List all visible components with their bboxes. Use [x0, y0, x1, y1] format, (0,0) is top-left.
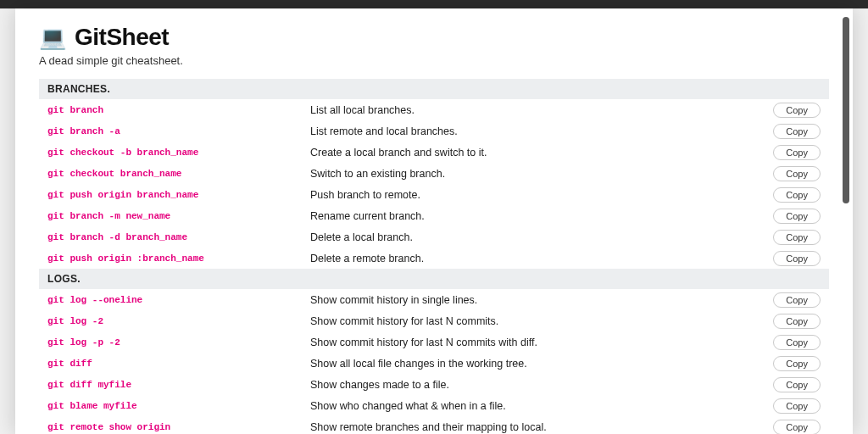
table-row: git branch -m new_nameRename current bra… [39, 205, 829, 226]
command-text: git log --oneline [47, 295, 310, 305]
page-container: 💻 GitSheet A dead simple git cheatsheet.… [15, 8, 853, 434]
command-text: git diff [47, 359, 310, 369]
description-text: Show changes made to a file. [310, 379, 766, 391]
description-text: Show commit history for last N commits. [310, 315, 766, 327]
vertical-scrollbar[interactable] [843, 17, 849, 203]
command-text: git remote show origin [47, 422, 310, 432]
table-row: git checkout -b branch_nameCreate a loca… [39, 142, 829, 163]
table-row: git blame myfileShow who changed what & … [39, 395, 829, 416]
table-row: git diffShow all local file changes in t… [39, 353, 829, 374]
command-text: git push origin :branch_name [47, 253, 310, 264]
copy-button[interactable]: Copy [773, 251, 821, 266]
copy-button[interactable]: Copy [773, 420, 821, 435]
content-area: 💻 GitSheet A dead simple git cheatsheet.… [15, 24, 853, 434]
copy-button[interactable]: Copy [773, 314, 821, 329]
copy-button[interactable]: Copy [773, 145, 821, 160]
command-text: git log -2 [47, 316, 310, 326]
command-text: git branch -a [47, 126, 310, 136]
table-row: git diff myfileShow changes made to a fi… [39, 374, 829, 395]
description-text: List all local branches. [310, 104, 766, 116]
table-row: git checkout branch_nameSwitch to an exi… [39, 163, 829, 184]
description-text: Show who changed what & when in a file. [310, 400, 766, 412]
command-text: git log -p -2 [47, 337, 310, 348]
description-text: Delete a remote branch. [310, 253, 766, 264]
page-title: GitSheet [75, 24, 169, 51]
command-text: git branch -d branch_name [47, 232, 310, 242]
description-text: Push branch to remote. [310, 189, 766, 201]
table-row: git remote show originShow remote branch… [39, 416, 829, 434]
command-text: git branch -m new_name [47, 211, 310, 221]
copy-button[interactable]: Copy [773, 103, 821, 118]
window-topbar [0, 0, 868, 8]
command-text: git push origin branch_name [47, 190, 310, 200]
table-row: git push origin branch_namePush branch t… [39, 184, 829, 205]
table-row: git log -p -2Show commit history for las… [39, 331, 829, 353]
table-row: git branch -d branch_nameDelete a local … [39, 226, 829, 248]
laptop-icon: 💻 [39, 26, 66, 48]
description-text: Create a local branch and switch to it. [310, 147, 766, 159]
table-row: git log --onelineShow commit history in … [39, 289, 829, 310]
section-header: BRANCHES. [39, 79, 829, 99]
description-text: List remote and local branches. [310, 125, 766, 137]
description-text: Show commit history in single lines. [310, 294, 766, 306]
command-text: git diff myfile [47, 380, 310, 390]
table-row: git log -2Show commit history for last N… [39, 310, 829, 331]
table-row: git branch -aList remote and local branc… [39, 120, 829, 142]
sections-list: BRANCHES.git branchList all local branch… [39, 79, 829, 434]
description-text: Rename current branch. [310, 210, 766, 222]
copy-button[interactable]: Copy [773, 377, 821, 392]
command-text: git branch [47, 105, 310, 115]
command-text: git blame myfile [47, 401, 310, 411]
description-text: Show remote branches and their mapping t… [310, 421, 766, 433]
table-row: git branchList all local branches.Copy [39, 99, 829, 120]
description-text: Show commit history for last N commits w… [310, 337, 766, 348]
copy-button[interactable]: Copy [773, 230, 821, 245]
copy-button[interactable]: Copy [773, 335, 821, 350]
command-text: git checkout -b branch_name [47, 147, 310, 158]
title-row: 💻 GitSheet [39, 24, 829, 51]
section-header: LOGS. [39, 269, 829, 289]
description-text: Show all local file changes in the worki… [310, 358, 766, 370]
description-text: Switch to an existing branch. [310, 168, 766, 180]
copy-button[interactable]: Copy [773, 124, 821, 139]
copy-button[interactable]: Copy [773, 209, 821, 224]
copy-button[interactable]: Copy [773, 398, 821, 414]
copy-button[interactable]: Copy [773, 166, 821, 181]
table-row: git push origin :branch_nameDelete a rem… [39, 248, 829, 269]
copy-button[interactable]: Copy [773, 187, 821, 203]
page-subtitle: A dead simple git cheatsheet. [39, 54, 829, 67]
command-text: git checkout branch_name [47, 169, 310, 179]
copy-button[interactable]: Copy [773, 292, 821, 308]
copy-button[interactable]: Copy [773, 356, 821, 371]
description-text: Delete a local branch. [310, 231, 766, 243]
